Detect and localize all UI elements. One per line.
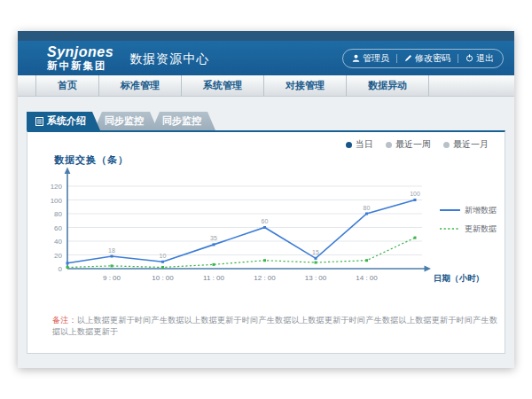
y-tick-label: 80 [54, 210, 62, 218]
logout-label: 退出 [476, 52, 494, 65]
data-point-label: 18 [108, 247, 115, 254]
data-point-label: 35 [210, 235, 217, 241]
y-tick-label: 100 [51, 197, 63, 205]
x-tick-label: 12 : 00 [254, 274, 276, 282]
data-point [414, 199, 417, 201]
chart-plot [67, 186, 422, 255]
page-title: 数据资源中心 [129, 50, 209, 67]
radio-last-week[interactable]: 最近一周 [386, 138, 431, 151]
brand-name-cn: 新中新集团 [47, 60, 113, 71]
logout-button[interactable]: 退出 [466, 52, 494, 65]
document-icon [35, 117, 43, 126]
nav-item-data-change[interactable]: 数据异动 [347, 75, 429, 96]
radio-label: 当日 [356, 138, 373, 151]
nav-item-home[interactable]: 首页 [35, 75, 99, 96]
y-tick-label: 20 [54, 252, 62, 260]
data-point [66, 266, 69, 269]
footnote-text: 以上数据更新于时间产生数据以上数据更新于时间产生数据以上数据更新于时间产生数据以… [52, 316, 497, 336]
data-point-label: 100 [410, 191, 420, 197]
footnote-prefix: 备注： [52, 316, 77, 325]
tab-label: 系统介绍 [47, 112, 86, 130]
legend-item-0[interactable]: 新增数据 [440, 206, 497, 215]
power-icon [466, 54, 473, 62]
x-tick-label: 14 : 00 [356, 274, 378, 282]
user-toolbar: 管理员 修改密码 退出 [342, 49, 504, 68]
content-area: 系统介绍 同步监控 同步监控 当日 最近一周 [18, 112, 514, 368]
data-point [161, 261, 164, 263]
nav-item-system-mgmt[interactable]: 系统管理 [182, 75, 264, 96]
divider [458, 54, 458, 63]
edit-icon [404, 54, 412, 62]
data-point-label: 10 [160, 253, 167, 259]
series-line-1 [67, 238, 415, 267]
change-password-button[interactable]: 修改密码 [404, 52, 450, 65]
tab-label: 同步监控 [105, 112, 144, 130]
data-point [365, 213, 368, 215]
header: Synjones 新中新集团 数据资源中心 管理员 修改密码 [18, 41, 514, 75]
tab-sync-monitor-2[interactable]: 同步监控 [152, 112, 215, 130]
app-window: Synjones 新中新集团 数据资源中心 管理员 修改密码 [18, 31, 514, 368]
data-point-label: 80 [364, 205, 371, 211]
current-user-label: 管理员 [363, 52, 389, 65]
brand-logo: Synjones 新中新集团 [47, 45, 113, 71]
tab-label: 同步监控 [162, 112, 201, 130]
chart-panel: 当日 最近一周 最近一月 数据交换（条） 0204060801001209 : … [27, 130, 505, 354]
nav-item-standard-mgmt[interactable]: 标准管理 [99, 75, 182, 96]
data-point [66, 262, 69, 264]
x-tick-label: 11 : 00 [203, 274, 224, 282]
main-nav: 首页 标准管理 系统管理 对接管理 数据异动 [18, 75, 514, 97]
data-point [213, 263, 215, 266]
tab-bar: 系统介绍 同步监控 同步监控 [27, 112, 514, 130]
data-point [263, 226, 266, 229]
tab-system-intro[interactable]: 系统介绍 [27, 112, 100, 130]
top-strip [18, 31, 514, 41]
data-point [315, 262, 317, 264]
user-icon [352, 54, 360, 62]
y-axis-arrow [65, 168, 71, 175]
radio-dot[interactable] [443, 142, 450, 148]
radio-last-month[interactable]: 最近一月 [443, 138, 489, 151]
radio-label: 最近一月 [453, 138, 489, 151]
y-tick-label: 60 [54, 224, 62, 232]
time-range-filter: 当日 最近一周 最近一月 [346, 138, 489, 151]
nav-item-docking-mgmt[interactable]: 对接管理 [264, 75, 347, 96]
legend-label: 新增数据 [465, 206, 497, 215]
x-tick-label: 10 : 00 [152, 274, 174, 282]
y-tick-label: 120 [51, 183, 63, 191]
y-axis-title: 数据交换（条） [54, 153, 129, 167]
radio-dot[interactable] [346, 142, 352, 148]
tab-sync-monitor-1[interactable]: 同步监控 [94, 112, 158, 130]
data-point [263, 259, 266, 262]
data-point [414, 237, 417, 239]
data-point [213, 243, 215, 246]
data-point-label: 15 [312, 249, 319, 255]
data-point [365, 259, 368, 262]
data-point [111, 264, 113, 267]
footnote: 备注：以上数据更新于时间产生数据以上数据更新于时间产生数据以上数据更新于时间产生… [52, 315, 505, 338]
x-tick-label: 13 : 00 [305, 274, 327, 282]
legend-label: 更新数据 [465, 224, 497, 233]
x-axis-arrow [425, 266, 432, 272]
legend-item-1[interactable]: 更新数据 [440, 224, 497, 233]
y-tick-label: 40 [54, 238, 62, 246]
data-point-label: 60 [262, 218, 269, 224]
data-point [111, 255, 113, 258]
chart-axes: 0204060801001209 : 0010 : 0011 : 0012 : … [51, 168, 431, 283]
current-user-button[interactable]: 管理员 [352, 52, 389, 65]
exchange-chart: 0204060801001209 : 0010 : 0011 : 0012 : … [36, 166, 497, 299]
x-axis-title: 日期（小时） [434, 273, 484, 284]
x-tick-label: 9 : 00 [103, 274, 121, 282]
y-tick-label: 0 [59, 265, 63, 273]
divider [396, 54, 397, 63]
change-password-label: 修改密码 [415, 52, 450, 65]
radio-dot[interactable] [386, 142, 392, 148]
radio-today[interactable]: 当日 [346, 138, 373, 151]
brand-name: Synjones [47, 45, 113, 60]
data-point [161, 266, 164, 269]
radio-label: 最近一周 [395, 138, 431, 151]
data-point [315, 257, 317, 260]
